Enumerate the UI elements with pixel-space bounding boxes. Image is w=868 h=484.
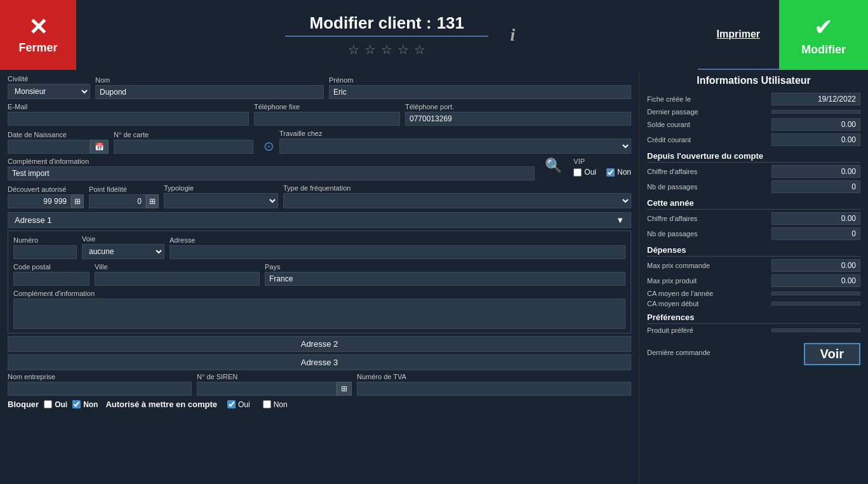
passages-annee-value: 0 xyxy=(771,227,860,240)
produit-prefere-value xyxy=(771,328,860,332)
complement-adresse-textarea[interactable] xyxy=(13,299,625,329)
adresse-input[interactable] xyxy=(170,245,625,259)
star-5[interactable]: ☆ xyxy=(414,42,425,57)
header: ✕ Fermer Modifier client : 131 ☆ ☆ ☆ ☆ ☆… xyxy=(0,0,868,70)
complement-input[interactable] xyxy=(8,166,535,180)
vip-oui-checkbox[interactable] xyxy=(573,168,582,177)
star-3[interactable]: ☆ xyxy=(381,42,392,57)
header-title: Modifier client : 131 xyxy=(310,13,465,33)
close-button[interactable]: ✕ Fermer xyxy=(0,0,76,70)
info-panel: Informations Utilisateur Fiche créée le … xyxy=(639,70,868,484)
field-tel-port: Téléphone port. xyxy=(405,103,631,126)
ca-moyen-annee-value xyxy=(771,292,860,295)
pays-input[interactable] xyxy=(265,272,625,286)
field-siren: N° de SIREN ⊞ xyxy=(197,373,352,396)
autoriser-oui-checkbox[interactable] xyxy=(227,400,236,408)
autoriser-non-label[interactable]: Non xyxy=(263,400,288,409)
print-button[interactable]: Imprimer xyxy=(698,0,779,70)
civilite-select[interactable]: Monsieur Madame Mademoiselle xyxy=(8,84,90,99)
siren-input[interactable] xyxy=(197,382,337,396)
info-row-produit-prefere: Produit préféré xyxy=(647,326,860,334)
info-icon[interactable]: i xyxy=(511,25,516,45)
nom-input[interactable] xyxy=(95,85,324,99)
bloquer-oui-checkbox[interactable] xyxy=(44,400,52,408)
passages-total-value: 0 xyxy=(771,180,860,193)
zoom-icon[interactable]: 🔍 xyxy=(545,158,562,174)
decouvert-input[interactable] xyxy=(8,194,71,208)
numero-input[interactable] xyxy=(13,245,77,259)
main-layout: Civilité Monsieur Madame Mademoiselle No… xyxy=(0,70,868,484)
star-2[interactable]: ☆ xyxy=(364,42,376,57)
decouvert-spin-btn[interactable]: ⊞ xyxy=(71,194,84,208)
tel-fixe-input[interactable] xyxy=(254,112,400,126)
info-panel-title: Informations Utilisateur xyxy=(647,75,860,86)
max-produit-value: 0.00 xyxy=(771,274,860,287)
points-input[interactable] xyxy=(89,194,146,208)
max-commande-value: 0.00 xyxy=(771,259,860,272)
ville-input[interactable] xyxy=(95,272,260,286)
address-section: Numéro Voie aucune Rue Avenue Boulevard … xyxy=(8,231,631,333)
info-row-passages-annee: Nb de passages 0 xyxy=(647,227,860,240)
field-civilite: Civilité Monsieur Madame Mademoiselle xyxy=(8,75,90,99)
field-voie: Voie aucune Rue Avenue Boulevard xyxy=(82,235,164,259)
field-code-postal: Code postal xyxy=(13,263,90,286)
autoriser-non-checkbox[interactable] xyxy=(263,400,271,408)
points-input-group: ⊞ xyxy=(89,194,159,208)
modify-button[interactable]: ✔ Modifier xyxy=(779,0,868,70)
field-travaille: Travaille chez xyxy=(279,130,631,154)
tel-port-input[interactable] xyxy=(405,112,631,126)
star-4[interactable]: ☆ xyxy=(397,42,409,57)
autoriser-section: Autorisé à mettre en compte Oui Non xyxy=(105,400,631,409)
carte-input[interactable] xyxy=(114,140,253,154)
points-spin-btn[interactable]: ⊞ xyxy=(146,194,159,208)
field-tva: Numéro de TVA xyxy=(357,373,631,396)
info-row-max-produit: Max prix produit 0.00 xyxy=(647,274,860,287)
info-row-ca-total: Chiffre d'affaires 0.00 xyxy=(647,165,860,178)
vip-non-checkbox[interactable] xyxy=(606,168,615,177)
bloquer-non-checkbox[interactable] xyxy=(72,400,81,408)
dropdown-icon[interactable]: ⊙ xyxy=(264,138,274,154)
calendar-button[interactable]: 📅 xyxy=(90,140,109,154)
field-nom-entreprise: Nom entreprise xyxy=(8,373,192,396)
info-row-dernier-passage: Dernier passage xyxy=(647,108,860,116)
field-complement: Complément d'information xyxy=(8,158,535,180)
dob-input[interactable] xyxy=(8,140,90,154)
adresse1-header[interactable]: Adresse 1 ▼ xyxy=(8,212,631,228)
ca-annee-value: 0.00 xyxy=(771,212,860,225)
voir-button[interactable]: Voir xyxy=(804,343,860,365)
adresse2-header[interactable]: Adresse 2 xyxy=(8,336,631,352)
star-1[interactable]: ☆ xyxy=(348,42,359,57)
siren-btn[interactable]: ⊞ xyxy=(337,382,352,396)
info-row-passages-total: Nb de passages 0 xyxy=(647,180,860,193)
voie-select[interactable]: aucune Rue Avenue Boulevard xyxy=(82,244,164,259)
typologie-select[interactable] xyxy=(164,193,278,208)
email-input[interactable] xyxy=(8,112,249,126)
nom-entreprise-input[interactable] xyxy=(8,382,192,396)
row-complement-vip: Complément d'information 🔍 VIP Oui Non xyxy=(8,158,631,180)
field-carte: N° de carte xyxy=(114,131,253,154)
row-civilite-nom-prenom: Civilité Monsieur Madame Mademoiselle No… xyxy=(8,75,631,99)
travaille-select[interactable] xyxy=(279,138,631,154)
vip-options: Oui Non xyxy=(573,168,631,177)
bloquer-non-label[interactable]: Non xyxy=(72,400,98,409)
autoriser-oui-label[interactable]: Oui xyxy=(227,400,250,409)
siren-input-group: ⊞ xyxy=(197,382,352,396)
field-adresse: Adresse xyxy=(170,236,625,259)
info-row-ca-annee: Chiffre d'affaires 0.00 xyxy=(647,212,860,225)
row-decouvert-points-typ: Découvert autorisé ⊞ Point fidélité ⊞ Ty… xyxy=(8,184,631,208)
depenses-section-title: Dépenses xyxy=(647,245,860,257)
entreprise-row: Nom entreprise N° de SIREN ⊞ Numéro de T… xyxy=(8,373,631,396)
bloquer-oui-label[interactable]: Oui xyxy=(44,400,67,409)
prenom-input[interactable] xyxy=(329,85,631,99)
freq-select[interactable] xyxy=(283,193,631,208)
code-postal-input[interactable] xyxy=(13,272,90,286)
dernier-passage-value xyxy=(771,110,860,114)
vip-oui-label[interactable]: Oui xyxy=(573,168,596,177)
tva-input[interactable] xyxy=(357,382,631,396)
field-dob: Date de Naissance 📅 xyxy=(8,131,109,154)
dob-input-group: 📅 xyxy=(8,140,109,154)
star-rating[interactable]: ☆ ☆ ☆ ☆ ☆ xyxy=(348,42,425,57)
vip-non-label[interactable]: Non xyxy=(606,168,631,177)
field-pays: Pays xyxy=(265,263,625,286)
adresse3-header[interactable]: Adresse 3 xyxy=(8,354,631,370)
